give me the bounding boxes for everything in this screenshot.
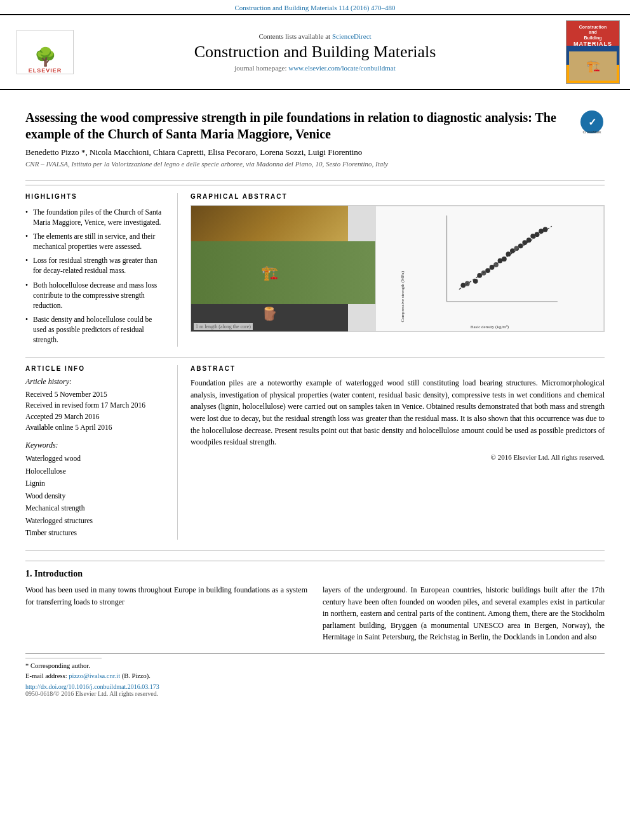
elsevier-logo-area: 🌳 ELSEVIER [10,30,80,74]
elsevier-logo: 🌳 ELSEVIER [17,30,74,74]
article-info-column: ARTICLE INFO Article history: Received 5… [25,365,178,540]
introduction-section: 1. Introduction Wood has been used in ma… [25,561,605,643]
abstract-text: Foundation piles are a noteworthy exampl… [191,377,605,448]
graphical-abstract-label: GRAPHICAL ABSTRACT [191,193,605,200]
highlight-item-5: Basic density and holocellulose could be… [25,312,167,347]
keyword-7: Timber structures [25,527,167,540]
keywords-list: Waterlogged wood Holocellulose Lignin Wo… [25,453,167,540]
journal-reference-text: Construction and Building Materials 114 … [234,4,395,11]
corresponding-author-line: * Corresponding author. [25,661,605,671]
article-info-section: ARTICLE INFO Article history: Received 5… [25,357,605,540]
journal-header: 🌳 ELSEVIER Contents lists available at S… [0,14,630,90]
article-title: Assessing the wood compressive strength … [25,109,573,142]
abstract-column: ABSTRACT Foundation piles are a notewort… [191,365,605,540]
authors-line: Benedetto Pizzo *, Nicola Macchioni, Chi… [25,142,573,160]
intro-col-right: layers of the underground. In European c… [323,584,605,643]
journal-header-center: Contents lists available at ScienceDirec… [86,32,544,72]
footer-copyright: 0950-0618/© 2016 Elsevier Ltd. All right… [25,690,605,697]
highlight-item-3: Loss for residual strength was greater t… [25,253,167,277]
article-content: Assessing the wood compressive strength … [0,90,630,707]
homepage-label: journal homepage: [234,64,286,72]
received-date: Received 5 November 2015 [25,389,167,400]
email-label: E-mail address: [25,672,67,679]
keyword-2: Holocellulose [25,465,167,478]
accepted-date: Accepted 29 March 2016 [25,411,167,422]
journal-homepage: journal homepage: www.elsevier.com/locat… [86,64,544,72]
svg-point-13 [510,248,515,253]
keyword-4: Wood density [25,490,167,503]
article-title-section: Assessing the wood compressive strength … [25,100,605,181]
doi-line[interactable]: http://dx.doi.org/10.1016/j.conbuildmat.… [25,683,605,690]
journal-cover: ConstructionandBuildingMATERIALS 🏗️ [566,20,620,84]
email-suffix: (B. Pizzo). [122,672,151,679]
footnotes-area: * Corresponding author. E-mail address: … [25,653,605,698]
online-date: Available online 5 April 2016 [25,422,167,433]
highlight-item-4: Both holocellulose decrease and mass los… [25,278,167,312]
keywords-label: Keywords: [25,441,167,450]
intro-text-left: Wood has been used in many towns through… [25,584,307,608]
svg-text:CrossMark: CrossMark [582,130,601,134]
authors: Benedetto Pizzo *, Nicola Macchioni, Chi… [25,147,362,157]
affiliation-line: CNR – IVALSA, Istituto per la Valorizzaz… [25,160,573,174]
article-info-label: ARTICLE INFO [25,365,167,372]
crossmark-icon: ✓ CrossMark [579,109,605,135]
highlights-column: HIGHLIGHTS The foundation piles of the C… [25,193,178,347]
sciencedirect-link: Contents lists available at ScienceDirec… [86,32,544,40]
graphical-caption: 1 m length (along the core) [194,323,253,330]
highlights-label: HIGHLIGHTS [25,193,167,200]
email-link[interactable]: pizzo@ivalsa.cnr.it [69,672,120,679]
section-divider [25,550,605,550]
article-title-text: Assessing the wood compressive strength … [25,109,573,174]
keyword-3: Lignin [25,477,167,490]
svg-text:✓: ✓ [588,117,596,128]
svg-point-20 [543,227,548,232]
highlights-graphical-section: HIGHLIGHTS The foundation piles of the C… [25,185,605,347]
keyword-1: Waterlogged wood [25,453,167,465]
svg-point-24 [514,246,519,251]
highlight-item-1: The foundation piles of the Church of Sa… [25,205,167,229]
cover-title: ConstructionandBuildingMATERIALS [572,23,613,49]
page: Construction and Building Materials 114 … [0,0,630,840]
keyword-5: Mechanical strength [25,502,167,515]
journal-reference-bar: Construction and Building Materials 114 … [0,0,630,14]
abstract-label: ABSTRACT [191,365,605,372]
intro-two-col: Wood has been used in many towns through… [25,584,605,643]
keyword-6: Waterlogged structures [25,515,167,528]
homepage-url[interactable]: www.elsevier.com/locate/conbuildmat [288,64,396,72]
copyright-line: © 2016 Elsevier Ltd. All rights reserved… [191,453,605,461]
contents-label: Contents lists available at [258,32,330,40]
elsevier-label: ELSEVIER [29,67,62,74]
email-line: E-mail address: pizzo@ivalsa.cnr.it (B. … [25,671,605,681]
journal-cover-area: ConstructionandBuildingMATERIALS 🏗️ [550,20,620,84]
history-label: Article history: [25,377,167,387]
tree-icon: 🌳 [34,48,57,66]
highlights-list: The foundation piles of the Church of Sa… [25,205,167,347]
graphical-abstract-column: GRAPHICAL ABSTRACT 🏗️ [191,193,605,347]
graphical-abstract-image: 🏗️ 🪵 → Compressive strength (MPa) [191,205,605,332]
doi-link[interactable]: http://dx.doi.org/10.1016/j.conbuildmat.… [25,683,159,690]
sciencedirect-anchor[interactable]: ScienceDirect [332,32,372,40]
intro-text-right: layers of the underground. In European c… [323,584,605,643]
revised-date: Received in revised form 17 March 2016 [25,400,167,411]
intro-col-left: Wood has been used in many towns through… [25,584,307,643]
journal-title: Construction and Building Materials [86,43,544,62]
highlight-item-2: The elements are still in service, and t… [25,229,167,253]
intro-heading: 1. Introduction [25,569,605,579]
corresponding-label: * Corresponding author. [25,662,90,669]
